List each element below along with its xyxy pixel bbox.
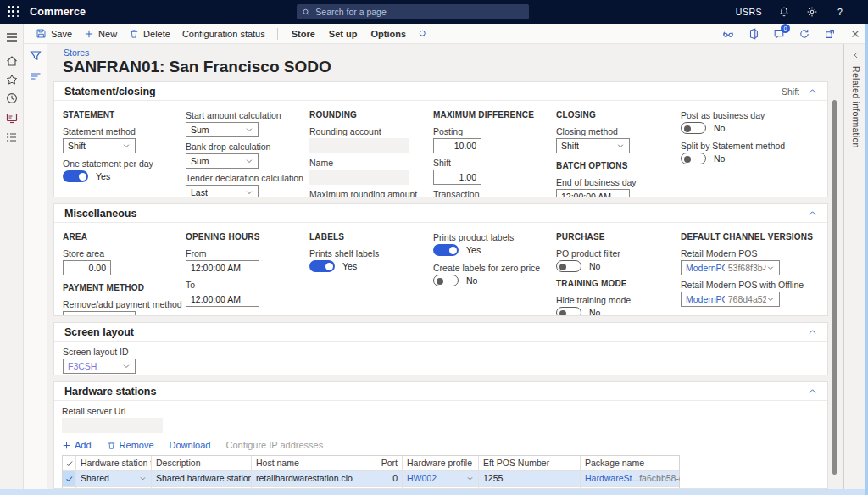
expand-panel-chevron-icon[interactable]: [852, 51, 860, 59]
view-options-icon[interactable]: [29, 70, 42, 83]
shift-input[interactable]: 1.00: [433, 170, 481, 185]
office-apps-icon[interactable]: [748, 28, 760, 40]
port-cell[interactable]: 0: [353, 471, 403, 486]
column-header[interactable]: Port: [353, 456, 403, 470]
hardware-profile-cell[interactable]: Virtual: [403, 487, 479, 488]
section-title[interactable]: Miscellaneous: [64, 208, 136, 220]
description-cell[interactable]: Shared hardware station: [152, 471, 252, 486]
tab-options[interactable]: Options: [370, 29, 406, 39]
table-row[interactable]: Dedicated Local hardware 0 Virtual 1256 …: [63, 487, 679, 488]
table-row[interactable]: Shared Shared hardware station retailhar…: [63, 471, 679, 487]
row-select-cell[interactable]: [63, 487, 76, 488]
row-selected-check-icon[interactable]: [63, 471, 76, 486]
hide-training-mode-toggle[interactable]: [556, 307, 581, 315]
notifications-bell-icon[interactable]: [778, 6, 790, 18]
global-search-input[interactable]: [315, 7, 524, 17]
opening-hours-from-input[interactable]: 12:00:00 AM: [186, 260, 259, 275]
vertical-scrollbar[interactable]: [832, 100, 837, 475]
column-header[interactable]: Hardware profile: [403, 456, 479, 470]
screen-layout-id-dropdown[interactable]: F3CSH: [63, 359, 136, 374]
select-all-check-icon[interactable]: [63, 456, 76, 470]
group-heading: DEFAULT CHANNEL VERSIONS: [681, 232, 813, 242]
section-title[interactable]: Hardware stations: [64, 386, 156, 398]
environment-label[interactable]: USRS: [736, 7, 762, 17]
global-search-box[interactable]: [297, 4, 529, 19]
remove-add-payment-method-dropdown[interactable]: [63, 311, 136, 315]
collapse-chevron-up-icon[interactable]: [808, 86, 817, 96]
chat-messages-icon[interactable]: 0: [773, 28, 785, 40]
column-header[interactable]: Eft POS Number: [479, 456, 581, 470]
description-cell[interactable]: Local hardware: [152, 487, 252, 488]
port-cell[interactable]: 0: [353, 487, 403, 488]
prints-product-labels-toggle[interactable]: [433, 244, 459, 256]
tender-declaration-calculation-dropdown[interactable]: Last: [186, 185, 259, 197]
field-label: Name: [309, 158, 417, 168]
column-header[interactable]: Host name: [252, 456, 353, 470]
collapse-chevron-up-icon[interactable]: [808, 387, 817, 396]
section-statement-closing: Statement/closing Shift STATEMENT Statem…: [53, 81, 828, 197]
open-in-new-window-icon[interactable]: [824, 28, 836, 40]
store-area-input[interactable]: 0.00: [63, 260, 111, 275]
collapse-chevron-up-icon[interactable]: [808, 327, 817, 336]
accessibility-glasses-icon[interactable]: [722, 28, 734, 40]
add-row-button[interactable]: Add: [62, 440, 92, 450]
split-by-statement-method-toggle[interactable]: [681, 153, 706, 164]
new-button[interactable]: New: [84, 29, 117, 39]
tab-set-up[interactable]: Set up: [329, 29, 358, 39]
retail-modern-pos-dropdown[interactable]: ModernPO... 53f68f3b-9...: [681, 260, 780, 275]
end-of-business-day-input[interactable]: 12:00:00 AM: [556, 189, 630, 197]
recent-clock-icon[interactable]: [5, 92, 19, 105]
start-amount-calculation-dropdown[interactable]: Sum: [186, 122, 259, 137]
refresh-icon[interactable]: [798, 28, 810, 40]
create-labels-zero-price-toggle[interactable]: [433, 275, 459, 286]
collapse-chevron-up-icon[interactable]: [808, 209, 817, 218]
breadcrumb[interactable]: Stores: [64, 47, 89, 58]
prints-shelf-labels-toggle[interactable]: [309, 260, 335, 272]
package-name-cell[interactable]: HardwareStati... fa6cbb58-d81...: [581, 487, 680, 488]
app-launcher-waffle-icon[interactable]: [8, 6, 19, 18]
close-icon[interactable]: [849, 28, 861, 40]
po-product-filter-toggle[interactable]: [556, 260, 581, 272]
eft-pos-number-cell[interactable]: 1256: [479, 487, 581, 488]
tab-store[interactable]: Store: [292, 29, 315, 39]
section-hardware-stations: Hardware stations Retail server Url Add …: [53, 381, 828, 489]
posting-input[interactable]: 10.00: [433, 138, 481, 153]
host-name-cell[interactable]: [252, 487, 353, 488]
field-label: Split by Statement method: [681, 141, 785, 151]
host-name-cell[interactable]: retailhardwarestation.cloud.one...: [252, 471, 353, 486]
section-title[interactable]: Statement/closing: [64, 86, 156, 97]
post-as-business-day-toggle[interactable]: [681, 122, 706, 134]
hamburger-menu-icon[interactable]: [5, 31, 19, 44]
help-icon[interactable]: ?: [834, 6, 846, 18]
statement-method-dropdown[interactable]: Shift: [63, 138, 136, 153]
remove-row-button[interactable]: Remove: [107, 440, 154, 450]
settings-gear-icon[interactable]: [806, 6, 818, 18]
bank-drop-calculation-dropdown[interactable]: Sum: [186, 153, 259, 169]
related-information-label[interactable]: Related information: [851, 66, 861, 148]
home-icon[interactable]: [5, 54, 19, 68]
hardware-profile-cell[interactable]: HW002: [403, 471, 479, 486]
download-button[interactable]: Download: [170, 440, 211, 450]
chevron-down-icon: [245, 188, 253, 197]
opening-hours-to-input[interactable]: 12:00:00 AM: [186, 292, 259, 307]
one-statement-per-day-toggle[interactable]: [63, 170, 88, 182]
column-header[interactable]: Description: [152, 456, 252, 470]
field-label: Post as business day: [681, 110, 785, 120]
eft-pos-number-cell[interactable]: 1255: [479, 471, 581, 486]
section-title[interactable]: Screen layout: [64, 326, 134, 338]
column-header[interactable]: Package name: [581, 456, 680, 470]
column-header[interactable]: Hardware station type: [76, 456, 152, 470]
retail-modern-pos-offline-dropdown[interactable]: ModernPO... 768d4a52-...: [681, 292, 780, 307]
save-button[interactable]: Save: [36, 28, 72, 39]
favorites-star-icon[interactable]: [5, 73, 19, 86]
closing-method-dropdown[interactable]: Shift: [556, 138, 630, 153]
hardware-station-type-cell[interactable]: Shared: [76, 471, 152, 486]
configuration-status-button[interactable]: Configuration status: [182, 29, 265, 39]
package-name-cell[interactable]: HardwareSt... fa6cbb58-d...: [581, 471, 680, 486]
command-search-icon[interactable]: [418, 29, 428, 39]
delete-button[interactable]: Delete: [129, 29, 170, 39]
retail-workspace-icon[interactable]: [5, 111, 19, 125]
hardware-station-type-cell[interactable]: Dedicated: [76, 487, 152, 488]
filter-funnel-icon[interactable]: [29, 49, 42, 63]
modules-list-icon[interactable]: [5, 131, 19, 144]
